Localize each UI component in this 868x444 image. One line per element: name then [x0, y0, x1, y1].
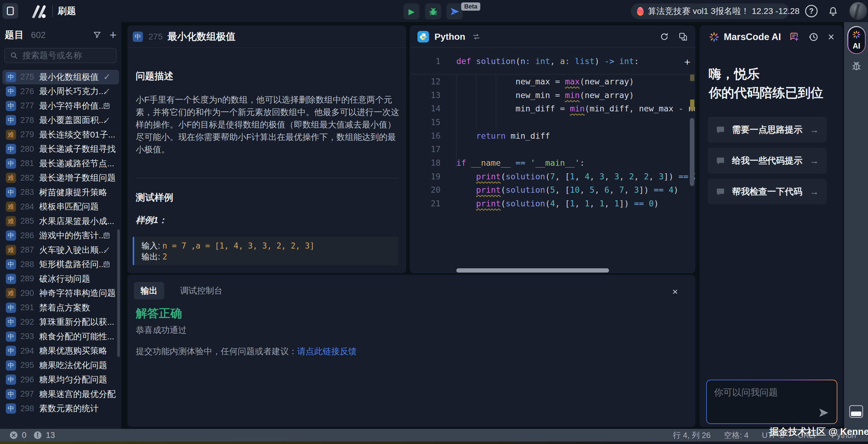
problem-title: 糖果均匀分配问题: [39, 374, 107, 385]
list-item-problem-281[interactable]: 中281最长递减路径节点...: [2, 156, 119, 171]
ai-suggestion-2[interactable]: 给我一些代码提示: [708, 148, 827, 173]
code-line-17[interactable]: 17: [410, 142, 695, 156]
code-text: print(solution(7, [1, 4, 3, 3, 2, 2, 3])…: [440, 172, 695, 181]
problem-number: 275: [20, 72, 39, 82]
list-item-problem-277[interactable]: 中277最小字符串价值...: [2, 99, 119, 113]
list-item-problem-293[interactable]: 中293粮食分配的可能性...: [2, 329, 119, 344]
close-ai-panel-icon[interactable]: [828, 31, 834, 43]
list-item-problem-297[interactable]: 中297糖果迷宫的最优分配: [2, 387, 119, 402]
ai-input[interactable]: 你可以问我问题: [706, 380, 837, 424]
errors-icon: [9, 431, 18, 440]
debug-rail-button[interactable]: [851, 60, 862, 72]
difficulty-badge: 中: [6, 303, 16, 313]
difficulty-badge: 中: [6, 375, 16, 385]
new-chat-icon[interactable]: [789, 32, 799, 42]
line-number: 12: [410, 77, 440, 86]
cursor-position[interactable]: 行 4, 列 26: [673, 430, 710, 441]
toggle-panel-button[interactable]: [849, 405, 863, 418]
editor-horizontal-scrollbar[interactable]: [456, 268, 609, 273]
problem-title: 最长递增子数组问题: [39, 172, 116, 184]
switch-language-icon[interactable]: [472, 32, 480, 41]
output-panel: 输出 调试控制台 解答正确 恭喜成功通过 提交功能内测体验中，任何问题或者建议：…: [127, 275, 695, 427]
code-line-20[interactable]: 20 print(solution(5, [10, 5, 6, 7, 3]) =…: [410, 183, 695, 197]
list-item-problem-291[interactable]: 中291禁着点方案数: [2, 300, 119, 315]
code-line-14[interactable]: 14 min_diff = min(min_diff, new_max - ne…: [410, 102, 695, 115]
help-button[interactable]: [805, 5, 817, 17]
list-item-problem-296[interactable]: 中296糖果均匀分配问题: [2, 373, 119, 387]
code-lines[interactable]: 12 new_max = max(new_array)13 new_min = …: [410, 75, 695, 210]
line-number: 17: [410, 145, 440, 154]
tab-debug-console[interactable]: 调试控制台: [173, 282, 229, 299]
ai-rail-button[interactable]: AI: [847, 26, 866, 54]
list-item-problem-288[interactable]: 中288矩形棋盘路径问...: [2, 257, 119, 272]
sidebar-scrollbar[interactable]: [117, 229, 120, 357]
problem-number: 290: [20, 289, 39, 298]
list-item-problem-292[interactable]: 中292算珠重新分配以获...: [2, 315, 119, 329]
list-item-problem-285[interactable]: 难285水果店果篮最小成...: [2, 214, 119, 228]
list-item-problem-294[interactable]: 中294糖果优惠购买策略: [2, 344, 119, 358]
feedback-link[interactable]: 请点此链接反馈: [297, 347, 357, 356]
list-item-problem-290[interactable]: 难290神奇字符串构造问题: [2, 286, 119, 301]
ai-suggestion-3[interactable]: 帮我检查一下代码: [708, 179, 827, 204]
contest-banner[interactable]: 算法竞技赛 vol1 3报名啦！ 12.23 -12.28: [631, 3, 789, 19]
indent-setting[interactable]: 空格: 4: [724, 430, 749, 441]
user-avatar[interactable]: [849, 2, 867, 20]
list-item-problem-283[interactable]: 中283树苗健康提升策略: [2, 185, 119, 200]
close-output-icon[interactable]: [672, 286, 678, 297]
reset-code-icon[interactable]: [660, 32, 669, 41]
notifications-button[interactable]: [827, 4, 840, 18]
list-item-problem-275[interactable]: 中275最小化数组极值: [2, 70, 119, 84]
divider: [136, 178, 398, 179]
tab-output[interactable]: 输出: [134, 282, 164, 299]
check-icon: [103, 72, 111, 82]
run-button[interactable]: [403, 3, 420, 20]
list-item-problem-298[interactable]: 中298素数元素的统计: [2, 402, 119, 416]
code-line-21[interactable]: 21 print(solution(4, [1, 1, 1, 1]) == 0): [410, 197, 695, 210]
ai-suggestion-1[interactable]: 需要一点思路提示: [708, 117, 827, 142]
code-line-13[interactable]: 13 new_min = min(new_array): [410, 88, 695, 102]
problem-number: 293: [20, 332, 39, 341]
list-item-problem-284[interactable]: 难284模板串匹配问题: [2, 200, 119, 214]
code-line-12[interactable]: 12 new_max = max(new_array): [410, 75, 695, 88]
list-item-problem-287[interactable]: 难287火车驶入驶出顺...: [2, 243, 119, 257]
line-number: 21: [410, 199, 440, 208]
send-icon[interactable]: [818, 407, 830, 418]
app-launcher-button[interactable]: [2, 3, 18, 19]
code-line-18[interactable]: 18if __name__ == '__main__':: [410, 156, 695, 170]
list-item-problem-279[interactable]: 难279最长连续交替01子...: [2, 127, 119, 142]
history-icon[interactable]: [808, 32, 819, 42]
code-line-15[interactable]: 15: [410, 115, 695, 129]
code-line-19[interactable]: 19 print(solution(7, [1, 4, 3, 3, 2, 2, …: [410, 170, 695, 183]
code-line-1[interactable]: 1def solution(n: int, a: list) -> int:: [410, 48, 695, 75]
list-item-problem-289[interactable]: 中289破冰行动问题: [2, 272, 119, 286]
list-item-problem-286[interactable]: 中286游戏中的伤害计...: [2, 228, 119, 243]
difficulty-badge: 中: [6, 317, 16, 327]
python-icon: [417, 31, 429, 42]
problem-title: 糖果吃法优化问题: [39, 360, 107, 371]
list-item-problem-295[interactable]: 中295糖果吃法优化问题: [2, 358, 119, 373]
search-input[interactable]: 搜索题号或名称: [4, 48, 117, 63]
list-item-problem-282[interactable]: 难282最长递增子数组问题: [2, 171, 119, 185]
submit-button[interactable]: [446, 3, 463, 20]
search-placeholder: 搜索题号或名称: [23, 50, 82, 61]
code-line-16[interactable]: 16 return min_diff: [410, 129, 695, 142]
add-problem-button[interactable]: [110, 29, 117, 41]
spark-icon: [852, 30, 861, 39]
problem-title: 破冰行动问题: [39, 273, 90, 285]
marscode-logo-icon[interactable]: [29, 4, 49, 18]
difficulty-badge: 难: [6, 130, 16, 140]
editor-vertical-scrollbar[interactable]: [690, 118, 694, 186]
format-code-icon[interactable]: [679, 32, 688, 41]
list-item-problem-278[interactable]: 中278最小覆盖圆面积...: [2, 113, 119, 128]
difficulty-badge: 中: [6, 360, 16, 371]
list-item-problem-276[interactable]: 中276最小周长巧克力...: [2, 84, 119, 99]
problem-number: 281: [20, 159, 39, 168]
problem-title: 水果店果篮最小成...: [39, 216, 114, 227]
debug-button[interactable]: [425, 3, 441, 20]
bug-icon: [428, 6, 438, 17]
problem-title: 最小周长巧克力...: [39, 86, 106, 97]
list-item-problem-280[interactable]: 中280最长递减子数组寻找: [2, 142, 119, 157]
filter-icon[interactable]: [93, 30, 102, 39]
difficulty-badge: 中: [6, 115, 16, 125]
add-marker-icon[interactable]: [684, 56, 690, 68]
